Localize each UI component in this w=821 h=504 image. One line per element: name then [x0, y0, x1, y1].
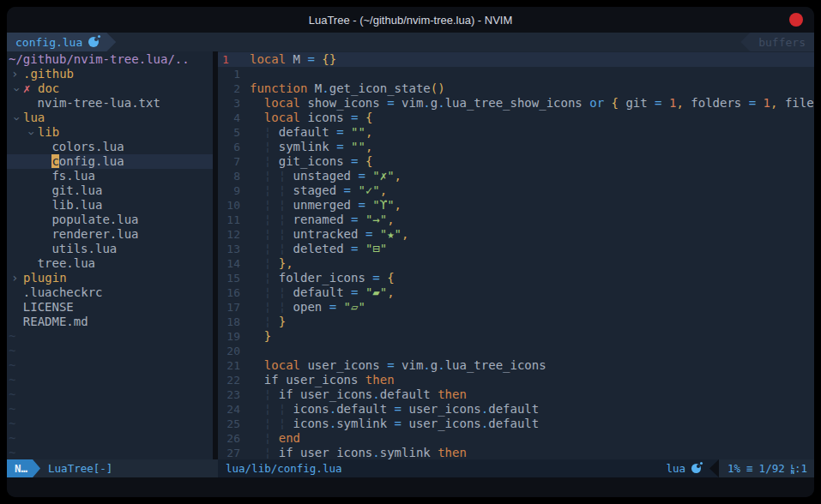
- chevron-down-icon[interactable]: ›: [9, 111, 24, 126]
- lua-moon-icon: [88, 37, 99, 47]
- tree-item[interactable]: ›✗doc: [7, 81, 213, 96]
- code-line[interactable]: 8 ¦ ¦ unstaged = "✗",: [218, 169, 814, 183]
- tilde-marker: ~: [9, 329, 15, 344]
- code-line[interactable]: 9 ¦ ¦ staged = "✓",: [218, 183, 814, 198]
- tree-item[interactable]: tree.lua: [7, 256, 213, 271]
- chevron-right-icon[interactable]: ›: [9, 271, 23, 285]
- code-line[interactable]: 20: [218, 344, 814, 358]
- tree-item[interactable]: .luacheckrc: [7, 285, 213, 300]
- tree-item[interactable]: config.lua: [7, 154, 213, 169]
- tree-item-label: populate.lua: [51, 213, 138, 227]
- code-line[interactable]: 10 ¦ ¦ unmerged = "ϒ",: [218, 198, 814, 213]
- tree-item[interactable]: lib.lua: [7, 198, 213, 213]
- code-line[interactable]: 6 ¦ symlink = "",: [218, 140, 814, 154]
- line-number: 1: [218, 67, 240, 81]
- tab-config-lua[interactable]: config.lua: [7, 33, 116, 51]
- tree-item[interactable]: colors.lua: [7, 140, 213, 154]
- buffers-label: buffers: [758, 36, 806, 49]
- code-line[interactable]: 18 ¦ }: [218, 315, 814, 329]
- code-line[interactable]: 17 ¦ ¦ open = "▱": [218, 300, 814, 315]
- tilde-marker: ~: [9, 431, 15, 446]
- empty-line-tilde: ~: [7, 387, 213, 402]
- tree-item[interactable]: LICENSE: [7, 300, 213, 315]
- editor-pane[interactable]: 1local M = {}12function M.get_icon_state…: [218, 51, 814, 459]
- lua-moon-icon: [691, 464, 701, 473]
- tree-item[interactable]: populate.lua: [7, 213, 213, 227]
- line-number: 17: [218, 300, 240, 315]
- tree-item[interactable]: ›lua: [7, 111, 213, 125]
- code-line[interactable]: 7 ¦ git_icons = {: [218, 154, 814, 169]
- chevron-down-icon[interactable]: ›: [9, 82, 24, 97]
- chevron-down-icon[interactable]: ›: [24, 126, 39, 141]
- code-line[interactable]: 11 ¦ ¦ renamed = "→",: [218, 213, 814, 227]
- tree-item-label: doc: [38, 81, 59, 96]
- line-number: 26: [218, 431, 240, 446]
- line-number: 20: [218, 344, 240, 358]
- line-number: 23: [218, 387, 240, 402]
- buffers-tab[interactable]: buffers: [740, 33, 814, 51]
- code-line[interactable]: 1: [218, 67, 814, 81]
- code-line[interactable]: 14 ¦ },: [218, 256, 814, 271]
- code-text: ¦ if user_icons.symlink then: [240, 446, 467, 459]
- tree-item-label: LICENSE: [23, 300, 74, 315]
- code-line[interactable]: 2function M.get_icon_state(): [218, 81, 814, 96]
- tree-item-label: lib: [38, 125, 59, 140]
- code-line[interactable]: 23 ¦ if user_icons.default then: [218, 387, 814, 402]
- code-line[interactable]: 21 local user_icons = vim.g.lua_tree_ico…: [218, 358, 814, 373]
- code-line[interactable]: 12 ¦ ¦ untracked = "★",: [218, 227, 814, 242]
- tree-item[interactable]: utils.lua: [7, 242, 213, 256]
- tree-item-label: lib.lua: [51, 198, 102, 213]
- close-button-icon[interactable]: [789, 13, 803, 27]
- filetype-label: lua: [666, 462, 685, 475]
- code-line[interactable]: 3 local show_icons = vim.g.lua_tree_show…: [218, 96, 814, 111]
- window-bottom-edge: [7, 477, 814, 497]
- tree-status-title: LuaTree[-]: [48, 462, 112, 475]
- line-number: 11: [218, 213, 240, 227]
- line-number: 21: [218, 358, 240, 373]
- tree-item-label: plugin: [23, 271, 67, 285]
- tree-item[interactable]: ›plugin: [7, 271, 213, 285]
- code-line[interactable]: 25 ¦ ¦ icons.symlink = user_icons.defaul…: [218, 417, 814, 431]
- line-number: 9: [218, 183, 240, 198]
- tree-item[interactable]: ›lib: [7, 125, 213, 140]
- tree-item[interactable]: ~/github/nvim-tree.lua/..: [7, 52, 213, 67]
- code-text: ¦ folder_icons = {: [240, 271, 395, 285]
- code-line[interactable]: 13 ¦ ¦ deleted = "⊟": [218, 242, 814, 256]
- tree-item-label: nvim-tree-lua.txt: [38, 96, 160, 111]
- line-number: 25: [218, 417, 240, 431]
- empty-line-tilde: ~: [7, 417, 213, 431]
- code-line[interactable]: 22 if user_icons then: [218, 373, 814, 387]
- code-line[interactable]: 16 ¦ ¦ default = "▰",: [218, 285, 814, 300]
- code-text: ¦ ¦ icons.default = user_icons.default: [240, 402, 539, 417]
- tree-item[interactable]: fs.lua: [7, 169, 213, 183]
- tree-item[interactable]: renderer.lua: [7, 227, 213, 242]
- code-line[interactable]: 27 ¦ if user_icons.symlink then: [218, 446, 814, 459]
- code-text: ¦ default = "",: [240, 125, 372, 140]
- code-line[interactable]: 1local M = {}: [218, 52, 814, 67]
- line-number: 27: [218, 446, 240, 459]
- code-line[interactable]: 4 local icons = {: [218, 111, 814, 125]
- tree-item[interactable]: README.md: [7, 315, 213, 329]
- tree-item[interactable]: nvim-tree-lua.txt: [7, 96, 213, 111]
- tilde-marker: ~: [9, 358, 15, 373]
- tree-item[interactable]: git.lua: [7, 183, 213, 198]
- line-number: 16: [218, 285, 240, 300]
- chevron-right-icon[interactable]: ›: [9, 67, 23, 81]
- git-unstaged-icon: ✗: [23, 81, 38, 96]
- code-line[interactable]: 15 ¦ folder_icons = {: [218, 271, 814, 285]
- code-text: }: [240, 329, 271, 344]
- file-tree[interactable]: ~/github/nvim-tree.lua/..›.github›✗docnv…: [7, 51, 213, 459]
- code-line[interactable]: 26 ¦ end: [218, 431, 814, 446]
- tree-item[interactable]: ›.github: [7, 67, 213, 81]
- code-line[interactable]: 24 ¦ ¦ icons.default = user_icons.defaul…: [218, 402, 814, 417]
- tree-item-label: .github: [23, 67, 74, 81]
- line-number: 8: [218, 169, 240, 183]
- column-indicator: LN:1: [791, 462, 807, 475]
- code-text: ¦ git_icons = {: [240, 154, 372, 169]
- statusline-stats: 1% ≡ 1/92 LN:1: [719, 459, 814, 477]
- code-line[interactable]: 5 ¦ default = "",: [218, 125, 814, 140]
- main-area: ~/github/nvim-tree.lua/..›.github›✗docnv…: [7, 51, 814, 459]
- code-line[interactable]: 19 }: [218, 329, 814, 344]
- tree-item-label: ~/github/nvim-tree.lua/..: [9, 52, 190, 67]
- empty-line-tilde: ~: [7, 358, 213, 373]
